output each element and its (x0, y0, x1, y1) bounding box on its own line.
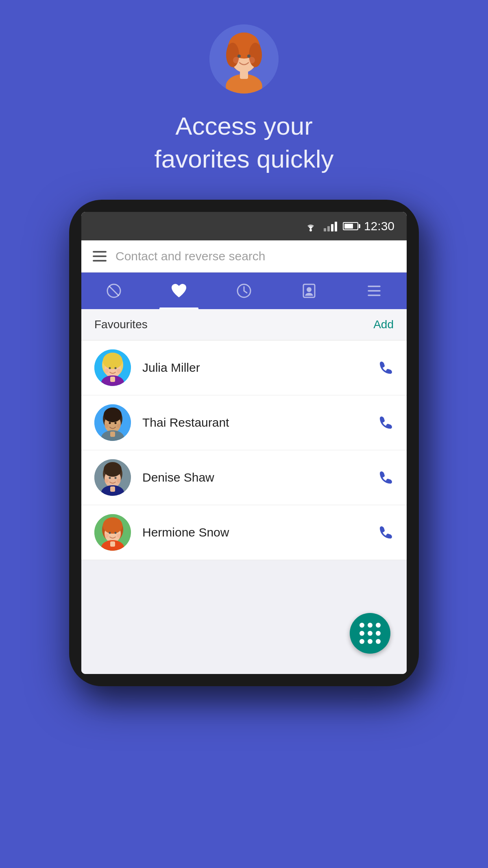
battery-icon (343, 222, 358, 230)
svg-point-26 (115, 367, 117, 369)
call-icon-thai[interactable] (378, 415, 394, 430)
svg-point-17 (307, 287, 312, 292)
svg-point-12 (309, 229, 312, 231)
avatar-thai (94, 404, 131, 441)
avatar-hermione (94, 514, 131, 551)
svg-point-45 (109, 477, 111, 479)
contact-item-hermione[interactable]: Hermione Snow (81, 505, 407, 560)
svg-point-35 (109, 422, 111, 424)
contact-name-julia: Julia Miller (142, 361, 367, 375)
svg-point-39 (105, 424, 109, 428)
svg-point-40 (117, 424, 121, 428)
contact-item-thai[interactable]: Thai Restaurant (81, 395, 407, 450)
tab-dialpad[interactable] (342, 273, 407, 309)
tab-recent[interactable] (211, 273, 277, 309)
svg-rect-58 (110, 541, 115, 547)
contact-item-denise[interactable]: Denise Shaw (81, 450, 407, 505)
add-button[interactable]: Add (373, 318, 394, 331)
contact-item-julia[interactable]: Julia Miller (81, 340, 407, 395)
svg-point-56 (115, 532, 117, 534)
blocked-icon (106, 283, 122, 299)
heart-icon (170, 283, 187, 299)
svg-point-10 (233, 57, 240, 63)
svg-point-7 (247, 55, 251, 58)
svg-point-44 (104, 462, 122, 477)
tab-favorites[interactable] (146, 273, 211, 309)
favourites-label: Favourites (94, 318, 148, 331)
dialpad-dots (358, 621, 382, 646)
svg-point-60 (117, 534, 121, 538)
search-input[interactable]: Contact and reverse search (115, 249, 395, 263)
svg-rect-28 (110, 377, 115, 382)
menu-icon[interactable] (93, 251, 107, 262)
status-bar: 12:30 (81, 212, 407, 240)
call-icon-julia[interactable] (378, 360, 394, 375)
signal-icon (324, 221, 337, 231)
svg-point-50 (117, 479, 121, 483)
contact-name-hermione: Hermione Snow (142, 526, 367, 539)
svg-rect-38 (110, 432, 115, 437)
hero-title: Access your favorites quickly (154, 110, 333, 175)
hero-section: Access your favorites quickly (0, 0, 488, 175)
svg-point-54 (103, 517, 122, 534)
svg-point-6 (237, 55, 241, 58)
call-icon-denise[interactable] (378, 470, 394, 485)
svg-rect-48 (110, 486, 115, 492)
tab-blocked[interactable] (81, 273, 146, 309)
svg-point-4 (226, 43, 239, 67)
svg-point-34 (104, 408, 122, 422)
contact-icon (301, 283, 317, 299)
svg-rect-9 (240, 70, 248, 79)
search-bar[interactable]: Contact and reverse search (81, 240, 407, 273)
svg-point-24 (103, 353, 122, 369)
fab-dial-button[interactable] (350, 613, 390, 654)
phone-screen: 12:30 Contact and reverse search (81, 212, 407, 674)
svg-point-36 (115, 422, 117, 424)
phone-body: 12:30 Contact and reverse search (69, 200, 419, 686)
contact-list: Julia Miller (81, 340, 407, 560)
tab-contacts[interactable] (277, 273, 342, 309)
call-icon-hermione[interactable] (378, 525, 394, 540)
wifi-icon (303, 220, 318, 232)
bottom-area (81, 560, 407, 674)
svg-point-30 (117, 369, 121, 373)
svg-point-55 (109, 532, 111, 534)
svg-point-59 (105, 534, 109, 538)
phone-device: 12:30 Contact and reverse search (69, 200, 419, 686)
svg-point-5 (249, 43, 262, 67)
favourites-header: Favourites Add (81, 309, 407, 340)
status-icons: 12:30 (303, 219, 394, 233)
hero-avatar (209, 24, 279, 94)
contact-name-thai: Thai Restaurant (142, 416, 367, 430)
svg-point-11 (248, 57, 255, 63)
svg-point-25 (109, 367, 111, 369)
contact-name-denise: Denise Shaw (142, 471, 367, 484)
status-time: 12:30 (364, 219, 394, 233)
svg-line-14 (109, 286, 119, 296)
svg-point-46 (115, 477, 117, 479)
clock-icon (236, 283, 252, 299)
list-icon (366, 284, 382, 298)
svg-point-29 (105, 369, 109, 373)
avatar-julia (94, 349, 131, 386)
avatar-denise (94, 459, 131, 496)
svg-point-49 (105, 479, 109, 483)
tab-bar (81, 273, 407, 309)
